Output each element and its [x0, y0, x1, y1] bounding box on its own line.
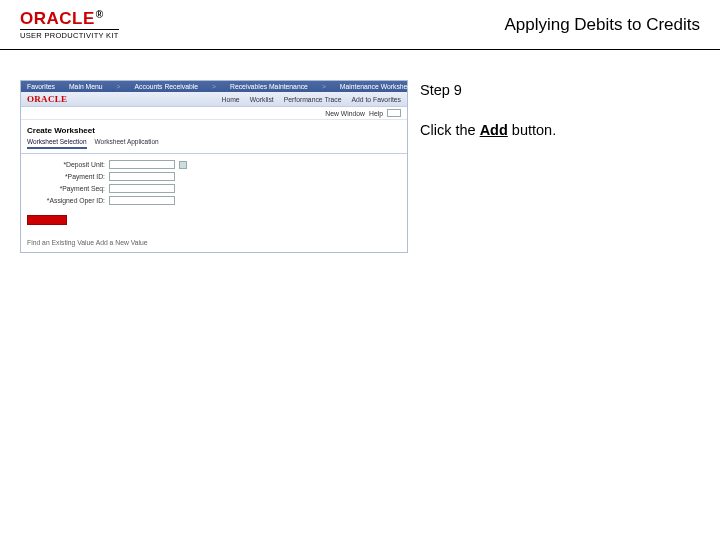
nav-favorites[interactable]: Favorites: [27, 83, 55, 90]
add-fav-link[interactable]: Add to Favorites: [352, 96, 402, 103]
payment-seq-input[interactable]: [109, 184, 175, 193]
deposit-unit-label: *Deposit Unit:: [27, 161, 105, 168]
tab-worksheet-selection[interactable]: Worksheet Selection: [27, 138, 87, 149]
embedded-screenshot: Favorites Main Menu > Accounts Receivabl…: [0, 50, 410, 253]
step-label: Step 9: [420, 80, 700, 102]
mini-util-bar: New Window Help: [21, 107, 407, 120]
page-title: Applying Debits to Credits: [504, 15, 700, 35]
util-icon[interactable]: [387, 109, 401, 117]
mini-oracle-logo: ORACLE: [27, 94, 67, 104]
payment-id-input[interactable]: [109, 172, 175, 181]
mini-footer[interactable]: Find an Existing Value Add a New Value: [21, 233, 407, 252]
nav-main-menu[interactable]: Main Menu: [69, 83, 103, 90]
section-title: Create Worksheet: [27, 126, 95, 135]
help-link[interactable]: Help: [369, 110, 383, 117]
worklist-link[interactable]: Worklist: [250, 96, 274, 103]
oper-id-input[interactable]: [109, 196, 175, 205]
crumb-2[interactable]: Receivables Maintenance: [230, 83, 308, 90]
step-bold: Add: [480, 122, 508, 138]
crumb-3[interactable]: Maintenance Worksheet: [340, 83, 413, 90]
step-text: Click the Add button.: [420, 120, 700, 142]
form-grid: *Deposit Unit: *Payment ID: *Payment Seq…: [21, 154, 407, 211]
brand-block: ORACLE® USER PRODUCTIVITY KIT: [20, 10, 119, 40]
product-line: USER PRODUCTIVITY KIT: [20, 29, 119, 40]
tab-worksheet-application[interactable]: Worksheet Application: [95, 138, 159, 149]
lookup-icon[interactable]: [179, 161, 187, 169]
oracle-logo: ORACLE®: [20, 10, 119, 27]
crumb-1[interactable]: Accounts Receivable: [135, 83, 198, 90]
payment-id-label: *Payment ID:: [27, 173, 105, 180]
oper-id-label: *Assigned Oper ID:: [27, 197, 105, 204]
home-link[interactable]: Home: [222, 96, 240, 103]
new-window-link[interactable]: New Window: [325, 110, 365, 117]
page-header: ORACLE® USER PRODUCTIVITY KIT Applying D…: [0, 0, 720, 50]
mini-brand-bar: ORACLE Home Worklist Performance Trace A…: [21, 92, 407, 107]
perf-trace-link[interactable]: Performance Trace: [284, 96, 342, 103]
mini-top-nav: Favorites Main Menu > Accounts Receivabl…: [21, 81, 407, 92]
add-button[interactable]: [27, 215, 67, 225]
instruction-panel: Step 9 Click the Add button.: [410, 50, 720, 253]
payment-seq-label: *Payment Seq:: [27, 185, 105, 192]
tab-strip: Worksheet Selection Worksheet Applicatio…: [21, 138, 407, 154]
deposit-unit-input[interactable]: [109, 160, 175, 169]
